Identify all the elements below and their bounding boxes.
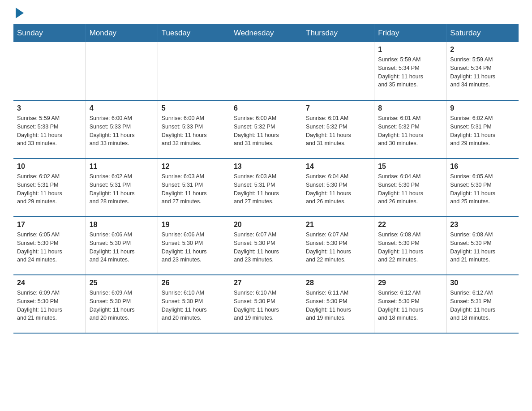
day-info: Sunrise: 5:59 AM Sunset: 5:33 PM Dayligh… [17, 114, 82, 148]
day-number: 7 [306, 104, 370, 112]
week-row-4: 17Sunrise: 6:05 AM Sunset: 5:30 PM Dayli… [13, 217, 519, 275]
day-number: 25 [90, 279, 154, 287]
day-number: 11 [90, 163, 154, 171]
page-header [13, 9, 519, 15]
calendar-cell: 24Sunrise: 6:09 AM Sunset: 5:30 PM Dayli… [13, 275, 86, 333]
calendar-cell: 13Sunrise: 6:03 AM Sunset: 5:31 PM Dayli… [230, 158, 302, 217]
calendar-cell: 14Sunrise: 6:04 AM Sunset: 5:30 PM Dayli… [302, 158, 374, 217]
day-number: 13 [234, 163, 298, 171]
day-number: 12 [162, 163, 226, 171]
day-number: 24 [17, 279, 82, 287]
calendar-cell: 4Sunrise: 6:00 AM Sunset: 5:33 PM Daylig… [86, 100, 158, 158]
calendar-cell: 17Sunrise: 6:05 AM Sunset: 5:30 PM Dayli… [13, 217, 86, 275]
day-info: Sunrise: 6:05 AM Sunset: 5:30 PM Dayligh… [450, 172, 515, 206]
day-info: Sunrise: 6:06 AM Sunset: 5:30 PM Dayligh… [90, 231, 154, 264]
day-number: 17 [17, 221, 82, 229]
weekday-header-sunday: Sunday [13, 24, 86, 42]
day-info: Sunrise: 6:00 AM Sunset: 5:32 PM Dayligh… [234, 114, 298, 148]
calendar-cell [158, 42, 230, 100]
day-number: 6 [234, 104, 298, 112]
calendar-cell: 29Sunrise: 6:12 AM Sunset: 5:30 PM Dayli… [374, 275, 446, 333]
day-number: 23 [450, 221, 515, 229]
day-number: 18 [90, 221, 154, 229]
day-info: Sunrise: 6:09 AM Sunset: 5:30 PM Dayligh… [17, 289, 82, 322]
calendar-cell: 23Sunrise: 6:08 AM Sunset: 5:30 PM Dayli… [446, 217, 519, 275]
day-info: Sunrise: 6:04 AM Sunset: 5:30 PM Dayligh… [378, 172, 442, 206]
calendar-cell: 3Sunrise: 5:59 AM Sunset: 5:33 PM Daylig… [13, 100, 86, 158]
day-info: Sunrise: 6:09 AM Sunset: 5:30 PM Dayligh… [90, 289, 154, 322]
day-number: 29 [378, 279, 442, 287]
calendar-cell [230, 42, 302, 100]
day-number: 27 [234, 279, 298, 287]
day-number: 15 [378, 163, 442, 171]
day-info: Sunrise: 6:02 AM Sunset: 5:31 PM Dayligh… [90, 172, 154, 206]
day-number: 16 [450, 163, 515, 171]
day-number: 21 [306, 221, 370, 229]
day-number: 5 [162, 104, 226, 112]
day-info: Sunrise: 6:10 AM Sunset: 5:30 PM Dayligh… [162, 289, 226, 322]
calendar-cell: 20Sunrise: 6:07 AM Sunset: 5:30 PM Dayli… [230, 217, 302, 275]
day-number: 9 [450, 104, 515, 112]
calendar-cell: 16Sunrise: 6:05 AM Sunset: 5:30 PM Dayli… [446, 158, 519, 217]
calendar-cell: 8Sunrise: 6:01 AM Sunset: 5:32 PM Daylig… [374, 100, 446, 158]
calendar-cell: 30Sunrise: 6:12 AM Sunset: 5:31 PM Dayli… [446, 275, 519, 333]
calendar-header: SundayMondayTuesdayWednesdayThursdayFrid… [13, 24, 519, 42]
day-number: 3 [17, 104, 82, 112]
day-info: Sunrise: 6:07 AM Sunset: 5:30 PM Dayligh… [306, 231, 370, 264]
day-info: Sunrise: 6:04 AM Sunset: 5:30 PM Dayligh… [306, 172, 370, 206]
day-number: 8 [378, 104, 442, 112]
weekday-header-saturday: Saturday [446, 24, 519, 42]
calendar-cell [302, 42, 374, 100]
day-info: Sunrise: 6:02 AM Sunset: 5:31 PM Dayligh… [17, 172, 82, 206]
day-number: 28 [306, 279, 370, 287]
day-number: 2 [450, 46, 515, 54]
week-row-5: 24Sunrise: 6:09 AM Sunset: 5:30 PM Dayli… [13, 275, 519, 333]
day-info: Sunrise: 5:59 AM Sunset: 5:34 PM Dayligh… [378, 56, 442, 89]
day-info: Sunrise: 6:00 AM Sunset: 5:33 PM Dayligh… [162, 114, 226, 148]
day-number: 26 [162, 279, 226, 287]
day-info: Sunrise: 6:08 AM Sunset: 5:30 PM Dayligh… [450, 231, 515, 264]
day-info: Sunrise: 6:03 AM Sunset: 5:31 PM Dayligh… [162, 172, 226, 206]
day-info: Sunrise: 6:11 AM Sunset: 5:30 PM Dayligh… [306, 289, 370, 322]
week-row-3: 10Sunrise: 6:02 AM Sunset: 5:31 PM Dayli… [13, 158, 519, 217]
calendar-cell: 9Sunrise: 6:02 AM Sunset: 5:31 PM Daylig… [446, 100, 519, 158]
calendar-cell: 1Sunrise: 5:59 AM Sunset: 5:34 PM Daylig… [374, 42, 446, 100]
weekday-header-thursday: Thursday [302, 24, 374, 42]
calendar-cell: 10Sunrise: 6:02 AM Sunset: 5:31 PM Dayli… [13, 158, 86, 217]
day-number: 4 [90, 104, 154, 112]
day-info: Sunrise: 6:10 AM Sunset: 5:30 PM Dayligh… [234, 289, 298, 322]
weekday-header-row: SundayMondayTuesdayWednesdayThursdayFrid… [13, 24, 519, 42]
calendar-table: SundayMondayTuesdayWednesdayThursdayFrid… [13, 24, 519, 334]
week-row-2: 3Sunrise: 5:59 AM Sunset: 5:33 PM Daylig… [13, 100, 519, 158]
calendar-cell: 21Sunrise: 6:07 AM Sunset: 5:30 PM Dayli… [302, 217, 374, 275]
calendar-cell: 25Sunrise: 6:09 AM Sunset: 5:30 PM Dayli… [86, 275, 158, 333]
calendar-cell: 22Sunrise: 6:08 AM Sunset: 5:30 PM Dayli… [374, 217, 446, 275]
day-info: Sunrise: 5:59 AM Sunset: 5:34 PM Dayligh… [450, 56, 515, 89]
calendar-cell: 15Sunrise: 6:04 AM Sunset: 5:30 PM Dayli… [374, 158, 446, 217]
calendar-cell: 18Sunrise: 6:06 AM Sunset: 5:30 PM Dayli… [86, 217, 158, 275]
day-number: 19 [162, 221, 226, 229]
day-number: 10 [17, 163, 82, 171]
day-info: Sunrise: 6:06 AM Sunset: 5:30 PM Dayligh… [162, 231, 226, 264]
logo [13, 9, 26, 15]
calendar-cell: 28Sunrise: 6:11 AM Sunset: 5:30 PM Dayli… [302, 275, 374, 333]
day-number: 1 [378, 46, 442, 54]
calendar-cell: 12Sunrise: 6:03 AM Sunset: 5:31 PM Dayli… [158, 158, 230, 217]
day-info: Sunrise: 6:00 AM Sunset: 5:33 PM Dayligh… [90, 114, 154, 148]
day-info: Sunrise: 6:03 AM Sunset: 5:31 PM Dayligh… [234, 172, 298, 206]
day-info: Sunrise: 6:12 AM Sunset: 5:30 PM Dayligh… [378, 289, 442, 322]
calendar-cell: 11Sunrise: 6:02 AM Sunset: 5:31 PM Dayli… [86, 158, 158, 217]
calendar-cell: 26Sunrise: 6:10 AM Sunset: 5:30 PM Dayli… [158, 275, 230, 333]
weekday-header-tuesday: Tuesday [158, 24, 230, 42]
calendar-cell: 6Sunrise: 6:00 AM Sunset: 5:32 PM Daylig… [230, 100, 302, 158]
weekday-header-monday: Monday [86, 24, 158, 42]
weekday-header-friday: Friday [374, 24, 446, 42]
calendar-body: 1Sunrise: 5:59 AM Sunset: 5:34 PM Daylig… [13, 42, 519, 333]
calendar-cell [86, 42, 158, 100]
day-info: Sunrise: 6:07 AM Sunset: 5:30 PM Dayligh… [234, 231, 298, 264]
day-number: 20 [234, 221, 298, 229]
day-info: Sunrise: 6:05 AM Sunset: 5:30 PM Dayligh… [17, 231, 82, 264]
day-number: 22 [378, 221, 442, 229]
day-info: Sunrise: 6:01 AM Sunset: 5:32 PM Dayligh… [306, 114, 370, 148]
calendar-cell: 27Sunrise: 6:10 AM Sunset: 5:30 PM Dayli… [230, 275, 302, 333]
